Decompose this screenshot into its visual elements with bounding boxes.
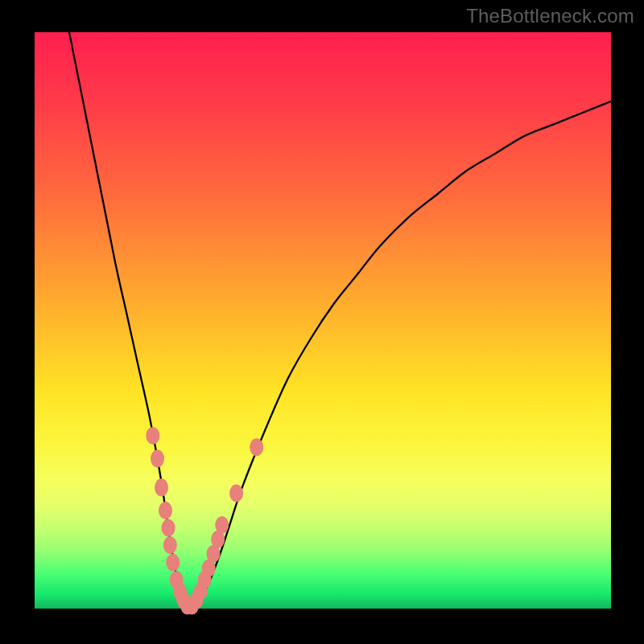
- watermark-text: TheBottleneck.com: [466, 5, 634, 27]
- sample-marker: [155, 479, 168, 497]
- sample-marker: [250, 439, 263, 456]
- sample-marker: [162, 519, 175, 537]
- curve-svg-layer: [35, 32, 611, 609]
- sample-marker: [166, 554, 180, 572]
- sample-marker: [151, 450, 164, 468]
- sample-marker: [146, 427, 159, 444]
- curve-path: [69, 32, 611, 609]
- sample-marker: [159, 502, 172, 519]
- sample-marker: [215, 516, 229, 534]
- bottleneck-curve: [69, 32, 611, 609]
- chart-frame: TheBottleneck.com: [0, 0, 644, 644]
- sample-marker: [229, 485, 243, 502]
- sample-marker: [163, 536, 177, 554]
- sample-markers-group: [146, 427, 263, 614]
